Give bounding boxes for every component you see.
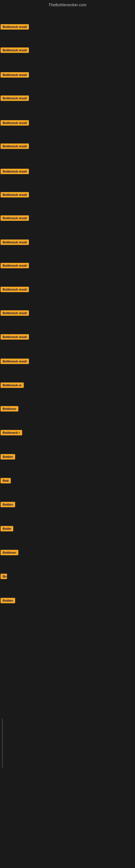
bottleneck-badge[interactable]: Bottleneck result [1,72,29,78]
bottleneck-item: Bottleneck result [1,144,29,150]
bottleneck-item: Bottleneck result [1,72,29,79]
page-wrapper: TheBottlenecker.com Bottleneck resultBot… [0,0,135,868]
bottleneck-item: Bottlenec [1,406,18,412]
bottleneck-badge[interactable]: Bottleneck result [1,95,29,101]
bottleneck-badge[interactable]: Bottleneck result [1,215,29,221]
bottleneck-badge[interactable]: Bottleneck r [1,430,22,435]
bottleneck-item: Bottlen [1,502,15,508]
bottleneck-badge[interactable]: Bottleneck result [1,334,29,340]
bottleneck-item: Bottleneck re [1,382,24,389]
bottleneck-item: Bottleneck result [1,263,29,269]
bottleneck-item: Bottleneck r [1,430,22,436]
bottleneck-item: Bottle [1,526,13,532]
bottleneck-badge[interactable]: Bottleneck result [1,240,29,245]
bottleneck-badge[interactable]: Bottlenec [1,550,18,555]
bottleneck-item: Bo [1,574,7,580]
bottleneck-item: Bottlen [1,454,15,461]
bottleneck-badge[interactable]: Bottleneck result [1,263,29,268]
site-title: TheBottlenecker.com [0,0,135,9]
items-container: Bottleneck resultBottleneck resultBottle… [0,9,135,868]
bottleneck-badge[interactable]: Bo [1,574,7,579]
bottleneck-badge[interactable]: Bottlen [1,598,15,603]
bottleneck-badge[interactable]: Bottleneck result [1,144,29,149]
bottleneck-item: Bottleneck result [1,95,29,102]
bottleneck-item: Bottleneck result [1,215,29,222]
bottleneck-badge[interactable]: Bottlenec [1,406,18,411]
bottleneck-badge[interactable]: Bottleneck result [1,287,29,292]
bottleneck-badge[interactable]: Bottleneck result [1,169,29,174]
bottleneck-item: Bottleneck result [1,359,29,365]
bottleneck-badge[interactable]: Bottle [1,526,13,531]
bottleneck-item: Bottleneck result [1,169,29,175]
bottleneck-item: Bottleneck result [1,334,29,341]
bottleneck-badge[interactable]: Bottleneck result [1,24,29,30]
bottleneck-badge[interactable]: Bottleneck re [1,382,24,388]
vertical-line [2,719,3,768]
bottleneck-badge[interactable]: Bottlen [1,454,15,460]
bottleneck-item: Bottleneck result [1,240,29,246]
bottleneck-item: Bott [1,478,11,485]
bottleneck-item: Bottleneck result [1,24,29,31]
bottleneck-badge[interactable]: Bottleneck result [1,359,29,364]
bottleneck-item: Bottleneck result [1,48,29,54]
bottleneck-badge[interactable]: Bottleneck result [1,192,29,197]
bottleneck-badge[interactable]: Bottleneck result [1,310,29,316]
bottleneck-item: Bottleneck result [1,287,29,293]
bottleneck-item: Bottleneck result [1,192,29,198]
bottleneck-item: Bottlenec [1,550,18,556]
bottleneck-badge[interactable]: Bottleneck result [1,120,29,126]
bottleneck-badge[interactable]: Bottleneck result [1,48,29,53]
bottleneck-item: Bottlen [1,598,15,604]
bottleneck-badge[interactable]: Bott [1,478,11,484]
bottleneck-item: Bottleneck result [1,310,29,317]
bottleneck-badge[interactable]: Bottlen [1,502,15,507]
bottleneck-item: Bottleneck result [1,120,29,127]
